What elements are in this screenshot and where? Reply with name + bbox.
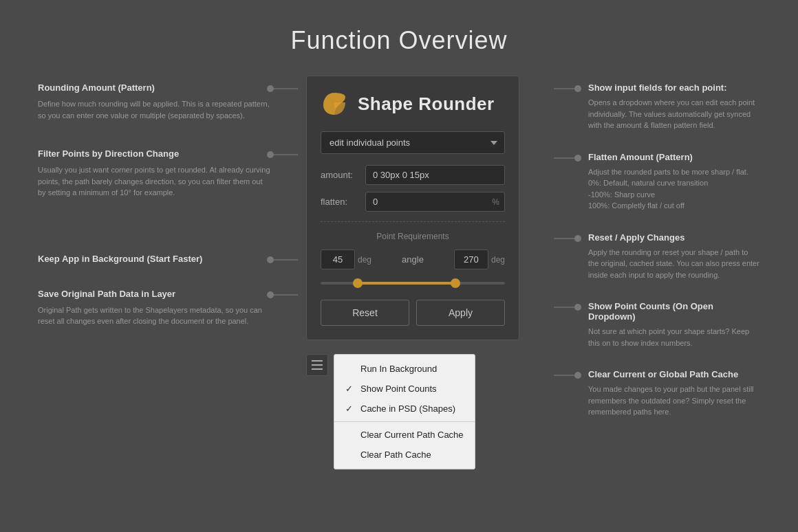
right-line-1 [554,88,574,89]
left-panel: Rounding Amount (Pattern) Define how muc… [38,76,285,346]
slider-fill [358,282,455,285]
left-section-save: Save Original Path Data in Layer Origina… [38,289,272,327]
context-item-clear-path[interactable]: Clear Path Cache [334,445,475,465]
context-item-clear-current[interactable]: Clear Current Path Cache [334,425,475,445]
flatten-input[interactable] [365,192,505,212]
amount-input[interactable] [365,165,505,185]
left-section-title-rounding: Rounding Amount (Pattern) [38,82,272,93]
right-dot-2 [574,155,581,162]
center-area: Shape Rounder edit individual points all… [306,76,519,469]
amount-row: amount: [321,165,505,185]
right-line-5 [554,375,574,376]
right-dot-1 [574,85,581,92]
angle-left-input[interactable] [321,250,355,269]
right-connector-2 [554,155,581,162]
page-title: Function Overview [0,0,798,76]
hamburger-line-2 [312,364,323,366]
check-clear-path [345,450,355,460]
right-connector-1 [554,85,581,92]
right-dot-3 [574,235,581,242]
connector-dot-save [267,291,274,298]
check-run-background [345,364,355,374]
left-section-desc-filter: Usually you just want corner points to g… [38,164,272,199]
connector-dot-filter [267,151,274,158]
angle-slider[interactable] [321,276,505,290]
angle-row: deg angle deg [321,250,505,269]
angle-right-input[interactable] [454,250,488,269]
slider-thumb-right[interactable] [451,278,460,288]
button-row: Reset Apply [321,300,505,326]
flatten-row: flatten: % [321,192,505,212]
angle-right-group: deg [454,250,505,269]
right-section-point-counts: Show Point Counts (On Open Dropdown) Not… [554,301,760,348]
flatten-pct: % [492,197,499,207]
right-panel: Show input fields for each point: Opens … [540,76,760,434]
plugin-header: Shape Rounder [321,90,505,118]
hamburger-button[interactable] [306,354,328,376]
connector-line-save [274,294,298,296]
context-item-show-counts[interactable]: ✓ Show Point Counts [334,379,475,399]
connector-line-background [274,259,298,261]
right-section-title-cache: Clear Current or Global Path Cache [588,369,760,379]
left-section-background: Keep App in Background (Start Faster) [38,254,272,269]
hamburger-line-3 [312,368,323,370]
right-connector-3 [554,235,581,242]
right-line-3 [554,238,574,239]
right-section-desc-reset: Apply the rounding or reset your shape /… [588,247,760,281]
right-line-4 [554,307,574,308]
context-label-clear-path: Clear Path Cache [360,450,431,460]
right-section-desc-input: Opens a dropdown where you can edit each… [588,97,760,131]
right-section-title-counts: Show Point Counts (On Open Dropdown) [588,301,760,322]
left-section-title-filter: Filter Points by Direction Change [38,148,272,159]
angle-center-label: angle [376,254,450,265]
connector-dot-rounding [267,85,274,92]
plugin-title: Shape Rounder [358,93,495,115]
right-section-clear-cache: Clear Current or Global Path Cache You m… [554,369,760,418]
flatten-wrapper: % [365,192,505,212]
right-dot-4 [574,304,581,311]
left-section-desc-rounding: Define how much rounding will be applied… [38,98,272,121]
apply-button[interactable]: Apply [416,300,505,326]
context-menu: Run In Background ✓ Show Point Counts ✓ … [334,354,475,469]
context-separator [334,421,475,422]
plugin-logo-icon [321,90,348,118]
right-section-input-fields: Show input fields for each point: Opens … [554,82,760,131]
amount-label: amount: [321,170,365,180]
dropdown-container: edit individual points all points corner… [321,131,505,154]
context-item-run-background[interactable]: Run In Background [334,359,475,379]
right-section-desc-cache: You made changes to your path but the pa… [588,384,760,418]
check-show-counts: ✓ [345,384,355,394]
check-cache-psd: ✓ [345,403,355,414]
connector-line-filter [274,154,298,155]
reset-button[interactable]: Reset [321,300,409,326]
left-section-title-save: Save Original Path Data in Layer [38,289,272,299]
right-dot-5 [574,372,581,379]
right-section-flatten: Flatten Amount (Pattern) Adjust the roun… [554,152,760,212]
context-label-cache-psd: Cache in PSD (Shapes) [360,403,455,414]
flatten-label: flatten: [321,197,365,207]
right-section-desc-counts: Not sure at which point your shape start… [588,326,760,348]
right-section-desc-flatten: Adjust the rounded parts to be more shar… [588,166,760,212]
context-label-clear-current: Clear Current Path Cache [360,430,464,440]
right-connector-5 [554,372,581,379]
right-connector-4 [554,304,581,311]
connector-dot-background [267,256,274,263]
right-section-title-flatten: Flatten Amount (Pattern) [588,152,760,162]
right-line-2 [554,157,574,159]
slider-thumb-left[interactable] [353,278,363,288]
right-section-title-reset: Reset / Apply Changes [588,232,760,243]
right-section-title-input: Show input fields for each point: [588,82,760,93]
points-dropdown[interactable]: edit individual points all points corner… [321,131,505,154]
hamburger-line-1 [312,360,323,362]
left-section-filter: Filter Points by Direction Change Usuall… [38,148,272,199]
check-clear-current [345,430,355,440]
context-item-cache-psd[interactable]: ✓ Cache in PSD (Shapes) [334,399,475,419]
point-requirements-label: Point Requirements [321,232,505,241]
angle-right-unit: deg [491,255,505,265]
connector-line-rounding [274,88,298,89]
left-section-rounding: Rounding Amount (Pattern) Define how muc… [38,82,272,121]
right-section-reset: Reset / Apply Changes Apply the rounding… [554,232,760,281]
section-divider [321,221,505,222]
left-section-desc-save: Original Path gets written to the Shapel… [38,304,272,327]
context-menu-area: Run In Background ✓ Show Point Counts ✓ … [306,354,475,469]
